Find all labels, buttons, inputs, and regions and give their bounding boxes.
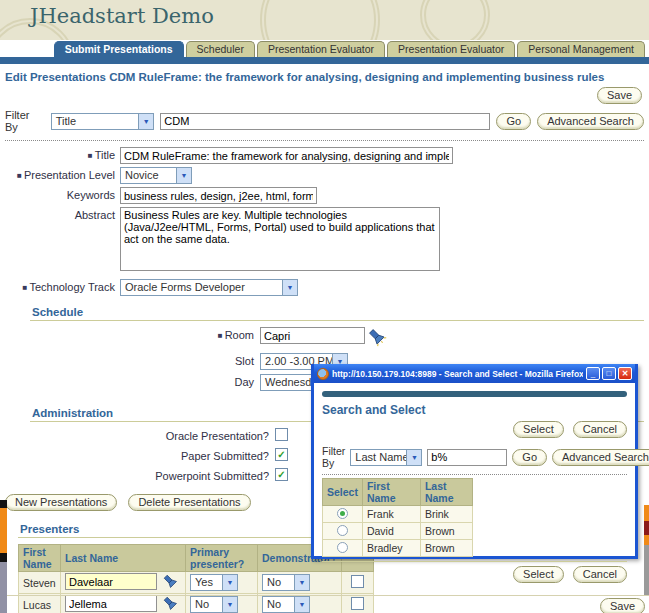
abstract-textarea[interactable]: Business Rules are key. Multiple technol… bbox=[120, 207, 440, 271]
filter-by-label: Filter By bbox=[5, 109, 45, 133]
close-button[interactable]: ✕ bbox=[618, 367, 632, 380]
minimize-button[interactable]: _ bbox=[586, 367, 600, 380]
maximize-button[interactable]: □ bbox=[602, 367, 616, 380]
separator bbox=[322, 474, 627, 475]
result-row: David Brown bbox=[323, 523, 473, 540]
col-last-name: Last Name bbox=[61, 545, 186, 572]
filter-field-select[interactable]: Title ▼ bbox=[51, 113, 155, 130]
popup-heading: Search and Select bbox=[322, 403, 627, 419]
keywords-label: Keywords bbox=[5, 187, 120, 201]
chevron-down-icon: ▼ bbox=[176, 168, 191, 183]
presenter-row: Lucas No▼ No▼ bbox=[19, 594, 374, 613]
result-last-name: Brown bbox=[420, 540, 472, 557]
popup-filter-value-input[interactable] bbox=[427, 449, 507, 466]
tab-accent-bar bbox=[0, 57, 649, 64]
presenter-last-name-input[interactable] bbox=[65, 595, 157, 612]
technology-track-select[interactable]: Oracle Forms Developer ▼ bbox=[120, 279, 298, 296]
page-title: Edit Presentations CDM RuleFrame: the fr… bbox=[5, 68, 644, 85]
tab-presentation-evaluator-1[interactable]: Presentation Evaluator bbox=[257, 41, 385, 57]
title-label: ■Title bbox=[5, 147, 120, 161]
background-window-sliver-right bbox=[644, 521, 649, 535]
delete-presentations-button[interactable]: Delete Presentations bbox=[128, 494, 250, 511]
row-radio[interactable] bbox=[337, 525, 348, 536]
save-button-bottom[interactable]: Save bbox=[600, 598, 645, 613]
primary-presenter-select[interactable]: Yes▼ bbox=[190, 574, 238, 591]
oracle-presentation-checkbox[interactable] bbox=[275, 428, 288, 441]
background-window-sliver-right bbox=[644, 545, 649, 595]
demonstrator-select[interactable]: No▼ bbox=[262, 574, 310, 591]
filter-value-input[interactable] bbox=[160, 113, 490, 130]
lov-flashlight-icon[interactable] bbox=[162, 573, 179, 592]
background-window-sliver-left bbox=[0, 508, 7, 553]
window-titlebar[interactable]: http://10.150.179.104:8989 - Search and … bbox=[314, 364, 635, 383]
save-button-top[interactable]: Save bbox=[597, 87, 642, 104]
popup-select-button-top[interactable]: Select bbox=[513, 421, 564, 438]
tab-bar: Submit Presentations Scheduler Presentat… bbox=[0, 40, 649, 57]
background-window-sliver-right bbox=[644, 535, 649, 545]
room-input[interactable] bbox=[260, 327, 365, 344]
tab-personal-management[interactable]: Personal Management bbox=[517, 41, 645, 57]
powerpoint-submitted-label: Powerpoint Submitted? bbox=[5, 468, 275, 482]
window-title: http://10.150.179.104:8989 - Search and … bbox=[332, 369, 583, 379]
row-select-checkbox[interactable] bbox=[351, 597, 364, 610]
col-last-name: Last Name bbox=[420, 479, 472, 506]
background-window-sliver-right bbox=[644, 505, 649, 521]
required-marker: ■ bbox=[218, 331, 223, 340]
presentation-level-label: ■Presentation Level bbox=[5, 167, 120, 181]
chevron-down-icon: ▼ bbox=[282, 280, 297, 295]
col-primary-presenter: Primary presenter? bbox=[186, 545, 258, 572]
app-logo-title: JHeadstart Demo bbox=[30, 4, 214, 28]
schedule-section-heading: Schedule bbox=[30, 306, 644, 321]
popup-header-row: Select First Name Last Name bbox=[323, 479, 473, 506]
popup-cancel-button-bottom[interactable]: Cancel bbox=[573, 566, 627, 583]
background-window-sliver-left bbox=[0, 562, 7, 613]
app-banner: JHeadstart Demo bbox=[0, 0, 649, 40]
lov-flashlight-icon[interactable] bbox=[367, 327, 387, 349]
demonstrator-select[interactable]: No▼ bbox=[262, 596, 310, 613]
tab-submit-presentations[interactable]: Submit Presentations bbox=[54, 41, 184, 57]
row-radio[interactable] bbox=[337, 542, 348, 553]
chevron-down-icon: ▼ bbox=[294, 597, 309, 612]
presentation-level-select[interactable]: Novice ▼ bbox=[120, 167, 192, 184]
popup-filter-field-select[interactable]: Last Name ▼ bbox=[350, 449, 422, 466]
chevron-down-icon: ▼ bbox=[138, 114, 153, 129]
advanced-search-button[interactable]: Advanced Search bbox=[537, 113, 644, 130]
popup-select-button-bottom[interactable]: Select bbox=[513, 566, 564, 583]
keywords-input[interactable] bbox=[120, 187, 317, 204]
popup-results-table: Select First Name Last Name Frank Brink … bbox=[322, 478, 473, 557]
chevron-down-icon: ▼ bbox=[222, 575, 237, 590]
required-marker: ■ bbox=[88, 151, 93, 160]
popup-advanced-search-button[interactable]: Advanced Search bbox=[552, 449, 649, 466]
firefox-icon bbox=[317, 368, 329, 380]
result-first-name: Bradley bbox=[362, 540, 420, 557]
popup-go-button[interactable]: Go bbox=[512, 449, 547, 466]
go-button[interactable]: Go bbox=[496, 113, 531, 130]
popup-cancel-button-top[interactable]: Cancel bbox=[573, 421, 627, 438]
popup-filter-bar: Filter By Last Name ▼ Go Advanced Search bbox=[322, 442, 627, 473]
presenter-first-name: Lucas bbox=[19, 594, 61, 613]
presenters-section-heading: Presenters bbox=[18, 523, 314, 538]
application-window: JHeadstart Demo Submit Presentations Sch… bbox=[0, 0, 649, 613]
row-radio[interactable] bbox=[337, 508, 348, 519]
background-window-sliver-left bbox=[0, 500, 7, 508]
powerpoint-submitted-checkbox[interactable] bbox=[275, 468, 288, 481]
tab-presentation-evaluator-2[interactable]: Presentation Evaluator bbox=[387, 41, 515, 57]
title-input[interactable] bbox=[120, 147, 453, 164]
result-last-name: Brink bbox=[420, 506, 472, 523]
paper-submitted-checkbox[interactable] bbox=[275, 448, 288, 461]
chevron-down-icon: ▼ bbox=[406, 450, 421, 465]
technology-track-label: ■Technology Track bbox=[5, 279, 120, 293]
primary-presenter-select[interactable]: No▼ bbox=[190, 596, 238, 613]
search-and-select-window: http://10.150.179.104:8989 - Search and … bbox=[311, 364, 638, 559]
banner-decoration bbox=[420, 0, 490, 40]
separator bbox=[5, 140, 644, 141]
presenter-first-name: Steven bbox=[19, 572, 61, 594]
lov-flashlight-icon[interactable] bbox=[162, 595, 179, 613]
chevron-down-icon: ▼ bbox=[222, 597, 237, 612]
tab-scheduler[interactable]: Scheduler bbox=[186, 41, 255, 57]
col-first-name: First Name bbox=[362, 479, 420, 506]
new-presentations-button[interactable]: New Presentations bbox=[5, 494, 117, 511]
presenter-last-name-input[interactable] bbox=[65, 573, 157, 590]
result-row: Bradley Brown bbox=[323, 540, 473, 557]
required-marker: ■ bbox=[17, 171, 22, 180]
